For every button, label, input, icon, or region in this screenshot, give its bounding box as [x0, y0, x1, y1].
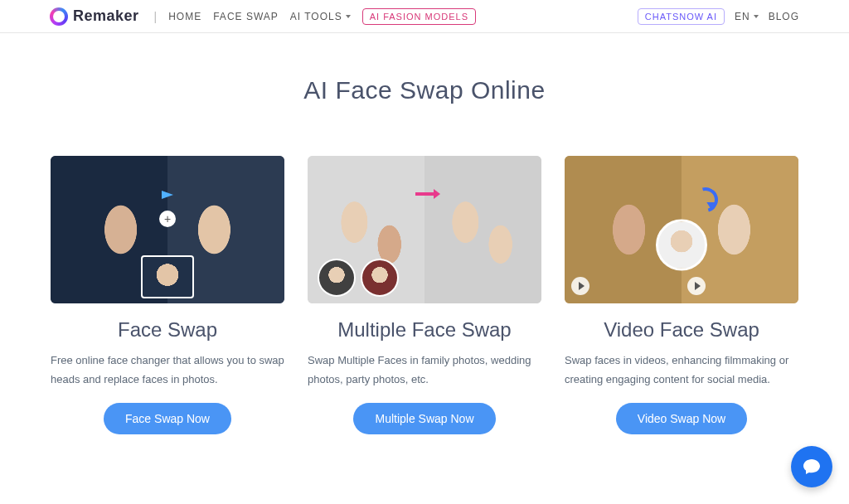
nav-home[interactable]: HOME [168, 11, 201, 22]
source-face-thumb-icon [656, 220, 707, 271]
plus-icon: + [159, 211, 176, 227]
card-image-video-face-swap[interactable] [565, 156, 798, 303]
nav-ai-fashion-models[interactable]: AI FASION MODELS [362, 8, 476, 25]
chevron-down-icon [346, 15, 351, 18]
header-right: CHATSNOW AI EN BLOG [638, 8, 799, 25]
nav-ai-tools-label: AI TOOLS [290, 11, 342, 22]
chat-button[interactable] [791, 446, 832, 487]
nav-blog[interactable]: BLOG [769, 11, 799, 22]
card-description: Free online face changer that allows you… [51, 351, 284, 390]
language-label: EN [735, 11, 750, 22]
card-title: Face Swap [118, 318, 217, 342]
card-description: Swap Multiple Faces in family photos, we… [308, 351, 541, 390]
nav-ai-tools[interactable]: AI TOOLS [290, 11, 351, 22]
source-face-thumb-icon [318, 259, 356, 297]
feature-cards: + Face Swap Free online face changer tha… [0, 156, 849, 434]
card-title: Multiple Face Swap [337, 318, 511, 342]
language-selector[interactable]: EN [735, 11, 759, 22]
source-face-thumb-icon [141, 255, 194, 298]
page-title: AI Face Swap Online [0, 76, 849, 104]
brand-name: Remaker [73, 7, 139, 25]
logo-icon [50, 7, 68, 26]
chevron-down-icon [754, 15, 759, 18]
video-swap-now-button[interactable]: Video Swap Now [616, 403, 747, 434]
source-face-thumb-icon [361, 259, 399, 297]
chat-icon [802, 457, 822, 477]
card-title: Video Face Swap [604, 318, 759, 342]
chatsnow-ai-link[interactable]: CHATSNOW AI [638, 8, 725, 25]
card-image-face-swap[interactable]: + [51, 156, 284, 303]
card-multiple-face-swap: Multiple Face Swap Swap Multiple Faces i… [308, 156, 541, 434]
card-face-swap: + Face Swap Free online face changer tha… [51, 156, 284, 434]
play-icon [571, 277, 589, 295]
nav-face-swap[interactable]: FACE SWAP [213, 11, 279, 22]
arrow-right-icon [162, 191, 173, 199]
card-video-face-swap: Video Face Swap Swap faces in videos, en… [565, 156, 798, 434]
couple-after-icon [424, 156, 541, 303]
multiple-swap-now-button[interactable]: Multiple Swap Now [353, 403, 495, 434]
header: Remaker | HOME FACE SWAP AI TOOLS AI FAS… [0, 0, 849, 33]
nav-separator: | [154, 10, 158, 23]
card-description: Swap faces in videos, enhancing filmmaki… [565, 351, 798, 390]
brand-logo[interactable]: Remaker [50, 7, 139, 26]
play-icon [687, 277, 706, 295]
arrow-right-icon [415, 192, 434, 196]
card-image-multiple-face-swap[interactable] [308, 156, 541, 303]
face-swap-now-button[interactable]: Face Swap Now [104, 403, 231, 434]
primary-nav: HOME FACE SWAP AI TOOLS AI FASION MODELS [168, 8, 476, 25]
